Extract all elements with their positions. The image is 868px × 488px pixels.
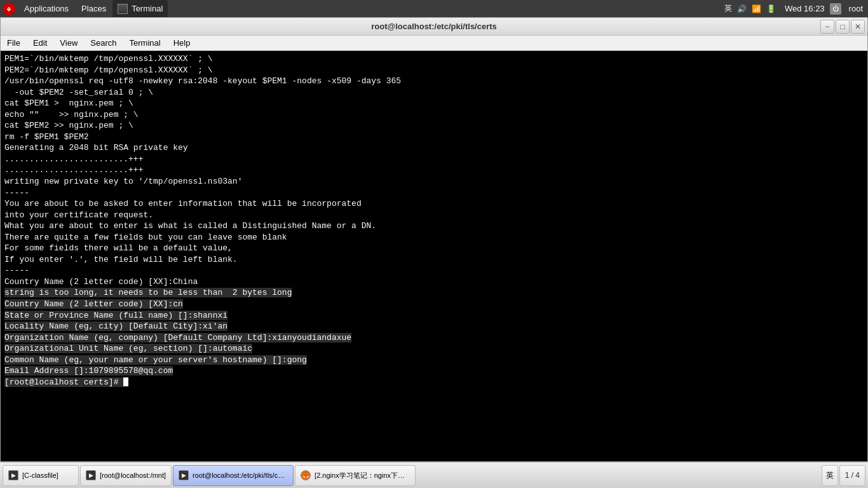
user-label: root — [844, 4, 868, 13]
terminal-menu-item[interactable]: Terminal — [112, 0, 168, 17]
pager-label: 1 / 4 — [845, 471, 860, 480]
close-button[interactable]: ✕ — [851, 20, 865, 34]
applications-menu[interactable]: Applications — [18, 0, 75, 17]
taskbar: ▶ [C-classfile] ▶ [root@localhost:/mnt] … — [0, 462, 868, 488]
terminal-icon-2: ▶ — [86, 470, 96, 480]
taskbar-lang: 英 — [822, 465, 838, 486]
menu-view[interactable]: View — [53, 36, 84, 51]
lang-indicator: 英 — [724, 3, 732, 14]
menu-edit[interactable]: Edit — [27, 36, 53, 51]
speaker-icon: 🔊 — [737, 4, 747, 13]
maximize-button[interactable]: □ — [836, 20, 850, 34]
battery-icon: 🔋 — [766, 4, 776, 13]
taskbar-item-firefox[interactable]: 🦊 [2.nginx学习笔记：nginx下的http... — [295, 465, 416, 486]
terminal-icon-1: ▶ — [8, 470, 18, 480]
taskbar-label-4: [2.nginx学习笔记：nginx下的http... — [315, 471, 410, 480]
normal-output: PEM1=`/bin/mktemp /tmp/openssl.XXXXXX` ;… — [4, 54, 401, 287]
network-icon: 📶 — [752, 4, 761, 13]
terminal-window: root@localhost:/etc/pki/tls/certs − □ ✕ … — [0, 17, 868, 462]
taskbar-item-certs[interactable]: ▶ root@localhost:/etc/pki/tls/certs — [173, 465, 294, 486]
app-icon: ❖ — [3, 3, 15, 15]
window-title-bar: root@localhost:/etc/pki/tls/certs − □ ✕ — [1, 18, 867, 36]
taskbar-item-mnt[interactable]: ▶ [root@localhost:/mnt] — [80, 465, 172, 486]
terminal-content[interactable]: PEM1=`/bin/mktemp /tmp/openssl.XXXXXX` ;… — [1, 51, 867, 461]
top-menubar: ❖ Applications Places Terminal 英 🔊 📶 🔋 W… — [0, 0, 868, 17]
taskbar-label-3: root@localhost:/etc/pki/tls/certs — [193, 471, 288, 479]
sys-tray: 英 🔊 📶 🔋 — [721, 3, 780, 14]
cursor — [123, 377, 128, 386]
clock: Wed 16:23 — [780, 4, 830, 13]
terminal-icon-3: ▶ — [179, 470, 189, 480]
taskbar-label-2: [root@localhost:/mnt] — [100, 471, 166, 479]
taskbar-item-classfile[interactable]: ▶ [C-classfile] — [3, 465, 79, 486]
menu-search[interactable]: Search — [84, 36, 123, 51]
power-button[interactable]: ⏻ — [830, 3, 841, 15]
terminal-menubar: File Edit View Search Terminal Help — [1, 36, 867, 51]
menu-help[interactable]: Help — [167, 36, 197, 51]
svg-text:❖: ❖ — [6, 6, 11, 13]
highlighted-output: string is too long, it needs to be less … — [4, 288, 351, 386]
taskbar-pager[interactable]: 1 / 4 — [839, 465, 865, 486]
firefox-icon: 🦊 — [301, 470, 311, 480]
menu-terminal[interactable]: Terminal — [123, 36, 167, 51]
window-controls: − □ ✕ — [820, 20, 865, 34]
menu-file[interactable]: File — [1, 36, 27, 51]
places-menu[interactable]: Places — [75, 0, 112, 17]
window-title: root@localhost:/etc/pki/tls/certs — [371, 22, 497, 31]
terminal-label: Terminal — [132, 4, 163, 13]
taskbar-label-1: [C-classfile] — [22, 471, 58, 479]
minimize-button[interactable]: − — [820, 20, 834, 34]
